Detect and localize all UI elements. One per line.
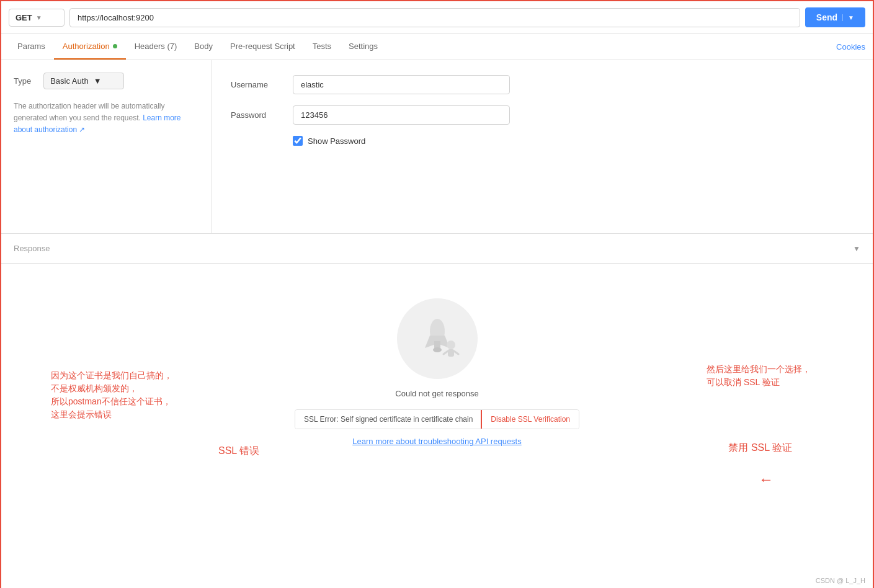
type-value: Basic Auth (50, 76, 88, 86)
password-input[interactable] (293, 105, 510, 125)
type-label: Type (14, 76, 31, 86)
send-label: Send (816, 12, 837, 22)
tab-body-label: Body (194, 42, 213, 51)
annotation-arrow-icon: ← (759, 468, 774, 491)
annotation-ssl-label: SSL 错误 (218, 443, 259, 458)
tab-settings[interactable]: Settings (340, 34, 386, 60)
tab-prerequest-label: Pre-request Script (230, 42, 295, 51)
rocket-svg-icon (412, 314, 462, 363)
show-password-label: Show Password (308, 136, 365, 146)
response-section: Response ▼ (1, 234, 873, 264)
tab-settings-label: Settings (349, 42, 378, 51)
main-content: Type Basic Auth ▼ The authorization head… (1, 60, 873, 234)
tab-tests-label: Tests (313, 42, 331, 51)
username-label: Username (231, 80, 280, 89)
url-bar: GET ▼ Send ▼ (1, 1, 873, 34)
learn-api-link[interactable]: Learn more about troubleshooting API req… (352, 437, 521, 446)
empty-state: 因为这个证书是我们自己搞的， 不是权威机构颁发的， 所以postman不信任这个… (1, 264, 873, 481)
tab-authorization-label: Authorization (63, 42, 110, 51)
url-input[interactable] (69, 8, 800, 27)
svg-point-3 (433, 347, 442, 352)
annotation-left-note: 因为这个证书是我们自己搞的， 不是权威机构颁发的， 所以postman不信任这个… (51, 369, 172, 421)
tabs-bar: Params Authorization Headers (7) Body Pr… (1, 34, 873, 60)
right-panel: Username Password Show Password (212, 60, 873, 233)
type-chevron-icon: ▼ (94, 76, 102, 86)
tabs-right: Cookies (836, 42, 865, 51)
tab-body[interactable]: Body (185, 34, 221, 60)
authorization-dot-icon (113, 44, 117, 48)
send-button[interactable]: Send ▼ (805, 7, 865, 27)
svg-line-7 (454, 351, 458, 354)
svg-rect-5 (448, 349, 454, 357)
annotation-disable-label: 禁用 SSL 验证 (728, 440, 792, 455)
annotation-right-note: 然后这里给我们一个选择， 可以取消 SSL 验证 (707, 363, 811, 389)
left-panel: Type Basic Auth ▼ The authorization head… (1, 60, 212, 233)
ssl-error-text: SSL Error: Self signed certificate in ce… (295, 410, 481, 429)
password-row: Password (231, 105, 854, 125)
method-chevron-icon: ▼ (36, 14, 42, 21)
response-label: Response (14, 244, 50, 253)
type-select[interactable]: Basic Auth ▼ (43, 73, 124, 89)
show-password-row: Show Password (293, 136, 854, 146)
watermark: CSDN @ L_J_H (816, 577, 865, 584)
auth-description: The authorization header will be automat… (14, 100, 199, 136)
ssl-error-bar: SSL Error: Self signed certificate in ce… (295, 409, 579, 429)
cookies-link[interactable]: Cookies (836, 42, 865, 51)
auth-desc-text: The authorization header will be automat… (14, 102, 164, 122)
svg-line-6 (444, 351, 448, 354)
tab-tests[interactable]: Tests (304, 34, 340, 60)
show-password-checkbox[interactable] (293, 136, 303, 146)
show-password-checkbox-wrapper[interactable]: Show Password (293, 136, 365, 146)
method-label: GET (16, 13, 32, 22)
password-label: Password (231, 110, 280, 120)
username-row: Username (231, 75, 854, 94)
svg-point-4 (447, 341, 455, 349)
tab-params[interactable]: Params (9, 34, 54, 60)
tab-headers[interactable]: Headers (7) (126, 34, 186, 60)
rocket-illustration (397, 298, 478, 379)
send-chevron-icon: ▼ (842, 14, 854, 21)
type-row: Type Basic Auth ▼ (14, 73, 199, 89)
could-not-text: Could not get response (395, 389, 478, 398)
tab-headers-label: Headers (7) (135, 42, 177, 51)
disable-ssl-button[interactable]: Disable SSL Verification (481, 410, 579, 429)
method-select[interactable]: GET ▼ (9, 9, 65, 27)
response-chevron-icon: ▼ (853, 244, 860, 253)
tab-params-label: Params (17, 42, 45, 51)
tab-authorization[interactable]: Authorization (54, 34, 126, 60)
username-input[interactable] (293, 75, 510, 94)
tab-prerequest[interactable]: Pre-request Script (221, 34, 304, 60)
